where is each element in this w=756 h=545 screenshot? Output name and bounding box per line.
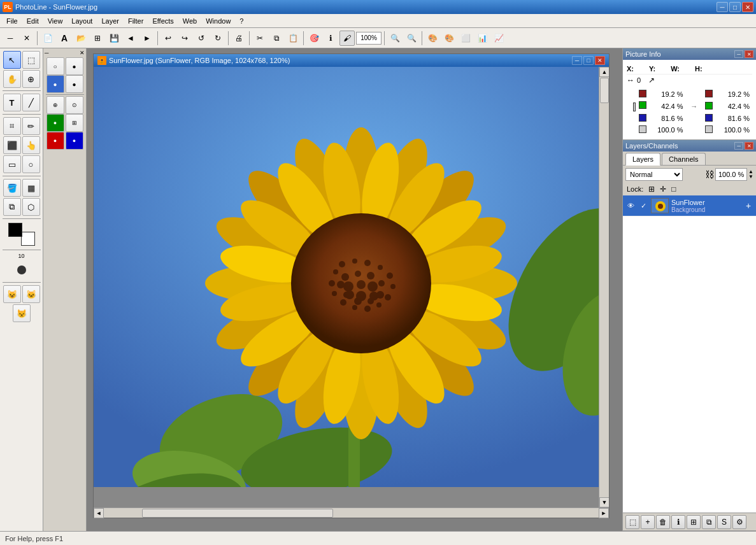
layer-add-btn[interactable]: +: [743, 201, 753, 211]
copy-btn[interactable]: ⧉: [269, 31, 284, 46]
opacity-chain-icon[interactable]: ⛓: [705, 169, 714, 180]
text-layer-btn[interactable]: A: [57, 31, 72, 46]
redo-btn[interactable]: ↪: [177, 31, 192, 46]
minimize-button[interactable]: ─: [717, 2, 728, 12]
lock-move-icon[interactable]: ✛: [660, 185, 666, 194]
vertical-scrollbar[interactable]: ▲ ▼: [599, 67, 609, 507]
lasso-btn[interactable]: 🎯: [306, 31, 322, 46]
tool-extra[interactable]: 😾: [13, 304, 31, 322]
channel-g-btn[interactable]: ●: [66, 57, 83, 75]
rubber-tool[interactable]: ⬛: [3, 136, 21, 154]
channel-b-btn[interactable]: ●: [46, 75, 64, 93]
rgb-btn[interactable]: 🎨: [425, 31, 440, 46]
measure-tool[interactable]: ╱: [22, 94, 40, 111]
pen-tool[interactable]: ✏: [22, 117, 40, 135]
zoom-in-btn[interactable]: 🔍: [404, 31, 419, 46]
smudge-tool[interactable]: 👆: [22, 136, 40, 154]
menu-layer[interactable]: Layer: [97, 16, 123, 26]
horizontal-scrollbar[interactable]: ◄ ►: [94, 507, 609, 518]
blend-mode-select[interactable]: Normal Multiply Screen Overlay: [625, 168, 683, 181]
layer-new-btn[interactable]: +: [641, 515, 655, 529]
histogram-btn[interactable]: 📈: [491, 31, 506, 46]
grayscale-btn[interactable]: ⬜: [458, 31, 473, 46]
doc-close-btn[interactable]: ✕: [595, 56, 605, 65]
menu-window[interactable]: Window: [202, 16, 234, 26]
undo-btn[interactable]: ↩: [160, 31, 176, 46]
scroll-thumb-v[interactable]: [600, 78, 609, 103]
maximize-button[interactable]: □: [729, 2, 741, 12]
fx3-btn[interactable]: ●: [46, 114, 64, 132]
prev-btn[interactable]: ◄: [123, 31, 138, 46]
dotted-select-tool[interactable]: ⬚: [22, 51, 40, 69]
zoom-tool[interactable]: ⊕: [22, 70, 40, 88]
path-tool[interactable]: ⬡: [22, 198, 40, 216]
bg-color-swatch[interactable]: [21, 232, 35, 246]
paste-btn[interactable]: 📋: [285, 31, 301, 46]
opacity-input[interactable]: 100.0 %: [715, 168, 747, 181]
picture-info-close[interactable]: ✕: [745, 50, 753, 58]
scroll-right-btn[interactable]: ►: [599, 508, 609, 518]
info-btn[interactable]: ℹ: [323, 31, 338, 46]
fg-color-swatch[interactable]: [8, 223, 22, 237]
menu-view[interactable]: View: [44, 16, 67, 26]
clone-tool[interactable]: ⧉: [3, 198, 21, 216]
fx5-btn[interactable]: ●: [46, 132, 64, 150]
layers-minimize-btn[interactable]: ─: [734, 142, 743, 150]
menu-effects[interactable]: Effects: [148, 16, 177, 26]
select-arrow-tool[interactable]: ↖: [3, 51, 21, 69]
fx4-btn[interactable]: ⊞: [66, 114, 83, 132]
crop-tool[interactable]: ⌗: [3, 117, 21, 135]
layer-fx-btn[interactable]: ⊞: [687, 515, 701, 529]
layers-close-btn[interactable]: ✕: [745, 142, 753, 150]
opacity-arrows[interactable]: ▲ ▼: [748, 169, 753, 180]
mask-tool[interactable]: 😺: [3, 285, 21, 303]
lock-all-icon[interactable]: □: [671, 185, 676, 194]
menu-filter[interactable]: Filter: [124, 16, 147, 26]
panel2-close[interactable]: ✕: [80, 50, 85, 56]
gradient-tool[interactable]: ▦: [22, 179, 40, 197]
tab-channels[interactable]: Channels: [662, 153, 705, 165]
undo2-btn[interactable]: ↺: [194, 31, 209, 46]
next-btn[interactable]: ►: [139, 31, 155, 46]
hand-tool[interactable]: ✋: [3, 70, 21, 88]
hsv-btn[interactable]: 🎨: [441, 31, 457, 46]
brush-select-btn[interactable]: 🖌: [339, 31, 355, 46]
redo2-btn[interactable]: ↻: [210, 31, 225, 46]
zoom-out-btn[interactable]: 🔍: [387, 31, 403, 46]
menu-edit[interactable]: Edit: [23, 16, 43, 26]
ellipse-tool[interactable]: ○: [22, 155, 40, 173]
layer-info-btn[interactable]: ℹ: [671, 515, 685, 529]
channel-r-btn[interactable]: ○: [46, 57, 64, 75]
layer-style-btn[interactable]: S: [717, 515, 731, 529]
tab-layers[interactable]: Layers: [625, 153, 660, 166]
scroll-track-v[interactable]: [599, 77, 609, 497]
layer-link-0[interactable]: ✓: [638, 201, 648, 211]
scroll-thumb-h[interactable]: [142, 509, 333, 518]
picture-info-minimize[interactable]: ─: [734, 50, 743, 58]
cut-btn[interactable]: ✂: [252, 31, 267, 46]
lock-pixels-icon[interactable]: ⊞: [648, 185, 655, 194]
text-tool[interactable]: T: [3, 94, 21, 111]
layer-settings-btn[interactable]: ⚙: [732, 515, 746, 529]
new-btn[interactable]: 📄: [40, 31, 55, 46]
menu-file[interactable]: File: [3, 16, 22, 26]
scroll-down-btn[interactable]: ▼: [599, 497, 609, 507]
paint-bucket-tool[interactable]: 🪣: [3, 179, 21, 197]
save-btn[interactable]: 💾: [106, 31, 122, 46]
layer-visibility-0[interactable]: 👁: [625, 201, 636, 211]
close-button[interactable]: ✕: [742, 2, 753, 12]
scroll-track-h[interactable]: [104, 508, 599, 518]
scroll-up-btn[interactable]: ▲: [599, 67, 609, 77]
layer-new-group-btn[interactable]: ⬚: [625, 515, 639, 529]
doc-maximize-btn[interactable]: □: [583, 56, 594, 65]
scroll-left-btn[interactable]: ◄: [94, 508, 104, 518]
levels-btn[interactable]: 📊: [474, 31, 490, 46]
cat-tool[interactable]: 🐱: [22, 285, 40, 303]
menu-layout[interactable]: Layout: [68, 16, 96, 26]
layer-delete-btn[interactable]: 🗑: [656, 515, 670, 529]
menu-help[interactable]: ?: [236, 16, 247, 26]
layer-item-0[interactable]: 👁 ✓ SunFlower Background +: [623, 195, 756, 216]
canvas-wrapper[interactable]: [94, 67, 599, 507]
fx2-btn[interactable]: ⊙: [66, 96, 83, 114]
rect-select-tool[interactable]: ▭: [3, 155, 21, 173]
